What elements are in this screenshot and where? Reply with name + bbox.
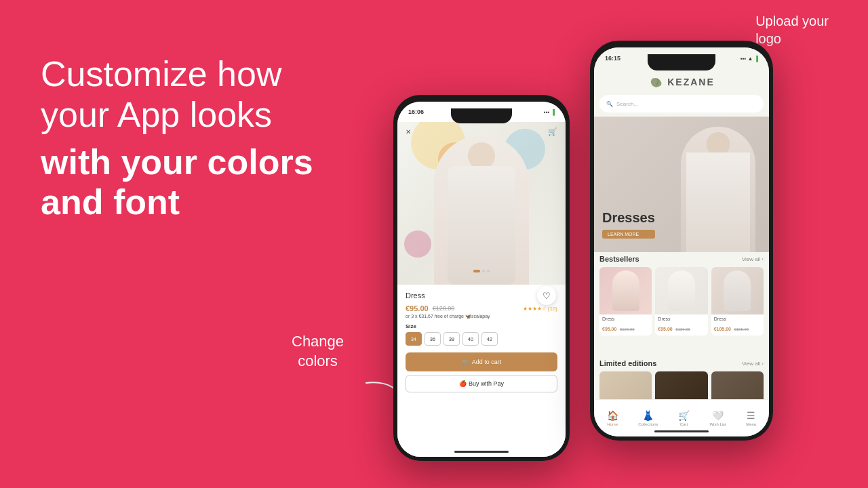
cart-icon: 🛒: [462, 359, 469, 365]
store-logo-area: KEZANE: [594, 69, 769, 95]
bestsellers-view-all[interactable]: View all ›: [742, 256, 764, 262]
nav-collections[interactable]: 👗 Collections: [638, 410, 658, 426]
phone1-device: 16:06 ▪▪▪ ▐ ✕ 🛒 ♡: [393, 95, 570, 461]
scalapay-info: or 3 x €31.67 free of charge 🦋scalapay: [406, 314, 557, 319]
phone2-notch: [648, 54, 715, 70]
woman-figure: [434, 136, 529, 285]
buy-now-button[interactable]: 🍎 Buy with Pay: [406, 375, 557, 392]
price-row: €95.00 €120.00 ★★★★☆ (10): [406, 304, 557, 312]
product-card-1[interactable]: Dress €95.00 €120.00: [599, 267, 652, 336]
bestsellers-section: Bestsellers View all › Dress €95.00 €120…: [594, 255, 769, 336]
phone2-status-icons: ▪▪▪ ▲ ▐: [741, 56, 758, 62]
bestsellers-header: Bestsellers View all ›: [599, 255, 764, 263]
phone1-screen: 16:06 ▪▪▪ ▐ ✕ 🛒 ♡: [397, 102, 566, 457]
headline-area: Customize how your App looks with your c…: [41, 54, 366, 223]
rating-stars: ★★★★☆ (10): [523, 306, 557, 312]
product-card-2-info: Dress €95.00 €120.00: [655, 314, 707, 336]
phone1-status-icons: ▪▪▪ ▐: [544, 109, 555, 115]
battery-icon2: ▐: [754, 56, 758, 62]
hero-woman-figure: [681, 127, 755, 252]
cart-icon: 🛒: [548, 127, 557, 136]
cart-nav-icon: 🛒: [678, 410, 690, 421]
nav-wishlist[interactable]: 🤍 Wish List: [709, 410, 726, 426]
hero-banner: Dresses LEARN MORE: [594, 117, 769, 252]
hero-learn-more-button[interactable]: LEARN MORE: [602, 230, 655, 239]
nav-menu[interactable]: ☰ Menu: [746, 410, 756, 426]
headline-bold: with your colors and font: [41, 142, 366, 224]
wishlist-nav-icon: 🤍: [712, 410, 724, 421]
home-nav-icon: 🏠: [607, 410, 618, 421]
product-grid: Dress €95.00 €120.00 Dress €95.00 €120.0…: [599, 267, 764, 336]
product-card-2[interactable]: Dress €95.00 €120.00: [655, 267, 707, 336]
bestsellers-title: Bestsellers: [599, 255, 639, 263]
limited-editions-header: Limited editions View all ›: [599, 359, 764, 367]
nav-cart[interactable]: 🛒 Cart: [678, 410, 690, 426]
wifi-icon2: ▲: [747, 56, 753, 62]
logo-leaf-icon: [648, 77, 663, 87]
product-card-1-info: Dress €95.00 €120.00: [599, 314, 652, 336]
limited-editions-view-all[interactable]: View all ›: [742, 361, 764, 367]
hero-title: Dresses: [602, 210, 655, 226]
product-card-3-image: [711, 267, 764, 314]
size-36[interactable]: 36: [425, 332, 441, 346]
nav-home[interactable]: 🏠 Home: [607, 410, 618, 426]
add-to-cart-button[interactable]: 🛒 Add to cart: [406, 352, 557, 371]
wifi-icon: ▪▪▪: [544, 109, 550, 115]
hero-text-area: Dresses LEARN MORE: [602, 210, 655, 239]
close-icon: ✕: [406, 128, 411, 136]
size-38[interactable]: 38: [443, 332, 460, 346]
headline-line1: Customize how your App looks: [41, 54, 366, 136]
phone1-nav-top: ✕ 🛒: [397, 122, 566, 141]
battery-icon: ▐: [551, 109, 555, 115]
price-current: €95.00: [406, 304, 429, 312]
menu-nav-icon: ☰: [747, 410, 755, 421]
product-card-3[interactable]: Dress €105.00 €155.00: [711, 267, 764, 336]
size-40[interactable]: 40: [462, 332, 479, 346]
search-icon: 🔍: [606, 101, 613, 107]
phone2-time: 16:15: [605, 55, 620, 62]
size-34[interactable]: 34: [406, 332, 422, 346]
product-card-2-image: [655, 267, 707, 314]
image-dots: [473, 270, 490, 272]
product-card-3-info: Dress €105.00 €155.00: [711, 314, 764, 336]
size-selector: 34 36 38 40 42: [406, 332, 557, 346]
price-old: €120.00: [433, 305, 455, 312]
signal-icon: ▪▪▪: [741, 56, 747, 62]
search-placeholder: Search...: [616, 101, 638, 107]
phone2-device: 16:15 ▪▪▪ ▲ ▐ KEZANE 🔍 Search...: [590, 41, 773, 441]
phone1-notch: [451, 108, 512, 123]
store-logo-text: KEZANE: [667, 77, 715, 87]
wishlist-button[interactable]: ♡: [537, 286, 556, 305]
size-label: Size: [406, 323, 557, 329]
phone1-time: 16:06: [408, 108, 424, 115]
search-bar[interactable]: 🔍 Search...: [599, 95, 764, 113]
product-card-1-image: [599, 267, 652, 314]
change-colors-annotation: Changecolors: [292, 332, 344, 371]
home-indicator: [454, 451, 509, 453]
apple-icon: 🍎: [459, 380, 467, 387]
upload-logo-annotation: Upload your logo: [755, 12, 829, 47]
size-42[interactable]: 42: [481, 332, 498, 346]
product-name: Dress: [406, 291, 425, 300]
limited-editions-title: Limited editions: [599, 359, 656, 367]
phone2-screen: 16:15 ▪▪▪ ▲ ▐ KEZANE 🔍 Search...: [594, 47, 769, 436]
product-image: [397, 122, 566, 285]
product-detail-area: Dress ⬆ €95.00 €120.00 ★★★★☆ (10) or 3 x…: [397, 285, 566, 457]
collections-nav-icon: 👗: [642, 410, 654, 421]
home-indicator2: [654, 430, 709, 432]
